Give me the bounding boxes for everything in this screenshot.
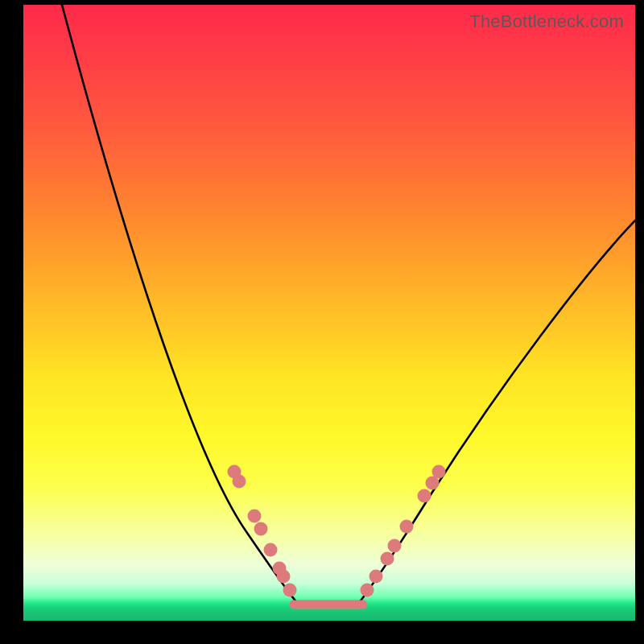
dot-right	[369, 570, 383, 584]
dot-right	[381, 552, 394, 566]
chart-stage: TheBottleneck.com	[0, 0, 644, 644]
dot-right	[432, 465, 446, 479]
curve-left-branch	[62, 5, 297, 603]
dots-left-group	[228, 465, 297, 597]
dot-left	[248, 510, 262, 523]
dots-right-group	[361, 465, 446, 597]
dot-left	[254, 522, 268, 536]
chart-plot-area: TheBottleneck.com	[23, 5, 635, 621]
dot-left	[233, 475, 246, 489]
dot-right	[361, 584, 374, 597]
dot-left	[264, 543, 278, 557]
chart-svg	[23, 5, 635, 621]
dot-left	[277, 570, 291, 584]
dot-right	[400, 520, 414, 534]
dot-left	[283, 584, 297, 597]
dot-right	[388, 539, 402, 553]
dot-right	[418, 489, 431, 503]
